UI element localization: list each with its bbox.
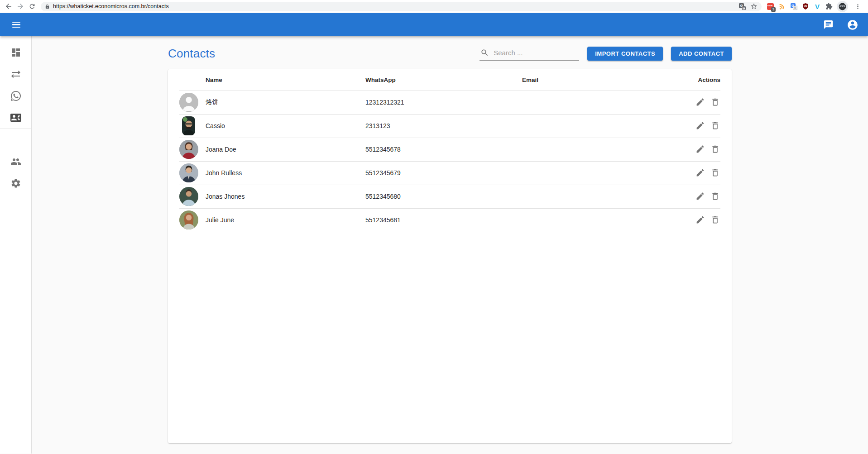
sidebar-item-contacts[interactable] — [0, 107, 31, 129]
contact-email — [522, 114, 662, 138]
table-row: Julie June 5512345681 — [179, 208, 720, 232]
contact-whatsapp: 5512345679 — [365, 161, 522, 185]
contacts-card-icon — [10, 112, 21, 123]
table-row: Jonas Jhones 5512345680 — [179, 185, 720, 208]
sidebar-item-settings[interactable] — [0, 172, 31, 194]
contact-photo-avatar — [179, 140, 198, 159]
browser-menu-icon[interactable] — [852, 0, 863, 12]
email-column-header: Email — [522, 69, 662, 91]
extensions-cluster: ••• 3 G文 UO V — [764, 0, 865, 12]
add-contact-button[interactable]: ADD CONTACT — [671, 47, 732, 61]
menu-icon[interactable] — [6, 15, 26, 35]
vimeo-icon[interactable]: V — [813, 2, 821, 10]
contact-whatsapp: 5512345680 — [365, 185, 522, 208]
users-icon — [10, 156, 21, 167]
edit-pencil-icon[interactable] — [695, 143, 705, 154]
refresh-icon[interactable] — [26, 0, 38, 12]
browser-toolbar: https://whaticket.economicros.com.br/con… — [0, 0, 868, 13]
dashboard-icon — [10, 47, 21, 58]
actions-column-header: Actions — [662, 69, 720, 91]
contacts-table: Name WhatsApp Email Actions 烙饼 — [179, 69, 720, 232]
app-header — [0, 13, 868, 36]
sidebar-item-dashboard[interactable] — [0, 42, 31, 63]
contact-email — [522, 161, 662, 185]
contact-name: Jonas Jhones — [206, 185, 365, 208]
connections-sync-icon — [10, 69, 21, 80]
contact-name: Julie June — [206, 208, 365, 232]
translate-extension-icon[interactable]: G文 — [790, 2, 798, 10]
page-title: Contacts — [168, 47, 215, 61]
contact-whatsapp: 12312312321 — [365, 91, 522, 114]
edit-pencil-icon[interactable] — [695, 191, 705, 201]
delete-trash-icon[interactable] — [710, 214, 720, 225]
edit-pencil-icon[interactable] — [695, 96, 705, 107]
profile-ninja-avatar[interactable] — [837, 1, 848, 12]
table-row: Cassio 2313123 — [179, 114, 720, 138]
contact-email — [522, 138, 662, 161]
contact-photo-avatar — [179, 163, 198, 182]
contact-email — [522, 185, 662, 208]
svg-text:UO: UO — [804, 5, 807, 7]
default-person-avatar — [179, 93, 198, 112]
forward-icon[interactable] — [14, 0, 26, 12]
translate-page-icon[interactable]: G文 — [739, 3, 746, 10]
contact-email — [522, 208, 662, 232]
address-bar[interactable]: https://whaticket.economicros.com.br/con… — [41, 2, 762, 11]
contact-photo-avatar — [182, 116, 195, 135]
whatsapp-icon — [11, 91, 21, 101]
whatsapp-column-header: WhatsApp — [365, 69, 522, 91]
table-row: 烙饼 12312312321 — [179, 91, 720, 114]
import-contacts-button[interactable]: IMPORT CONTACTS — [587, 47, 663, 61]
edit-pencil-icon[interactable] — [695, 167, 705, 178]
contact-name: Cassio — [206, 114, 365, 138]
contact-photo-avatar — [179, 210, 198, 229]
table-row: Joana Doe 5512345678 — [179, 138, 720, 161]
puzzle-extensions-icon[interactable] — [825, 2, 833, 10]
contact-name: 烙饼 — [206, 91, 365, 114]
search-input[interactable] — [493, 48, 578, 57]
chat-icon[interactable] — [819, 16, 837, 34]
table-header-row: Name WhatsApp Email Actions — [179, 69, 720, 91]
contact-whatsapp: 5512345678 — [365, 138, 522, 161]
delete-trash-icon[interactable] — [710, 96, 720, 107]
account-circle-icon[interactable] — [844, 16, 862, 34]
url-text[interactable]: https://whaticket.economicros.com.br/con… — [53, 3, 739, 10]
name-column-header: Name — [206, 69, 365, 91]
delete-trash-icon[interactable] — [710, 143, 720, 154]
contact-name: Joana Doe — [206, 138, 365, 161]
back-icon[interactable] — [3, 0, 14, 12]
contact-name: John Rulless — [206, 161, 365, 185]
delete-trash-icon[interactable] — [710, 120, 720, 131]
contact-whatsapp: 5512345681 — [365, 208, 522, 232]
avatar-column-header — [179, 69, 206, 91]
sidebar-nav — [0, 36, 32, 454]
sidebar-divider — [0, 129, 31, 129]
contact-photo-avatar — [179, 187, 198, 206]
rss-icon[interactable] — [778, 2, 786, 10]
search-icon — [480, 48, 489, 57]
edit-pencil-icon[interactable] — [695, 214, 705, 225]
contacts-card: Name WhatsApp Email Actions 烙饼 — [168, 69, 732, 443]
edit-pencil-icon[interactable] — [695, 120, 705, 131]
extension-badge: 3 — [771, 7, 776, 12]
bookmark-star-icon[interactable] — [750, 3, 758, 10]
lock-icon — [45, 4, 50, 10]
ublock-shield-icon[interactable]: UO — [801, 2, 810, 10]
sidebar-item-connections[interactable] — [0, 63, 31, 85]
delete-trash-icon[interactable] — [710, 191, 720, 201]
table-row: John Rulless 5512345679 — [179, 161, 720, 185]
search-box — [480, 46, 579, 61]
contact-email — [522, 91, 662, 114]
main-content: Contacts IMPORT CONTACTS ADD CONTACT — [32, 36, 868, 454]
delete-trash-icon[interactable] — [710, 167, 720, 178]
sidebar-item-tickets[interactable] — [0, 85, 31, 107]
sidebar-item-users[interactable] — [0, 151, 31, 172]
settings-gear-icon — [10, 178, 21, 189]
contact-whatsapp: 2313123 — [365, 114, 522, 138]
red-extension-icon[interactable]: ••• 3 — [766, 2, 774, 10]
